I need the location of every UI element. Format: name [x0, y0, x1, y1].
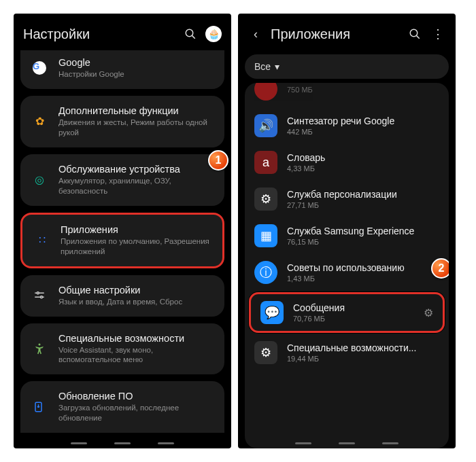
settings-item-google[interactable]: G Google Настройки Google	[20, 50, 224, 89]
app-icon	[254, 83, 277, 101]
profile-avatar[interactable]: 🧁	[205, 26, 222, 42]
page-title: Настройки	[23, 26, 175, 42]
app-icon: ⓘ	[254, 261, 277, 284]
search-icon[interactable]	[182, 26, 199, 42]
filter-label: Все	[254, 61, 271, 72]
svg-point-0	[186, 29, 193, 37]
apps-icon: ∷	[32, 231, 51, 250]
app-icon: 💬	[260, 301, 284, 324]
app-icon: ▦	[254, 224, 277, 247]
accessibility-icon	[30, 339, 49, 358]
gear-icon[interactable]: ⚙	[424, 306, 433, 319]
app-icon: ⚙	[254, 188, 277, 211]
app-row[interactable]: ⚙ Служба персонализации 27,71 МБ	[245, 181, 449, 217]
callout-badge-1: 1	[208, 150, 228, 171]
app-icon: ⚙	[254, 341, 277, 364]
app-row-messages[interactable]: 💬 Сообщения 70,76 МБ ⚙	[249, 292, 445, 333]
nav-bar[interactable]	[71, 442, 174, 444]
app-row[interactable]: 🔊 Синтезатор речи Google 442 МБ	[245, 107, 449, 144]
sliders-icon	[30, 286, 49, 305]
chevron-down-icon: ▾	[275, 61, 279, 72]
app-icon: a	[254, 151, 277, 174]
settings-item-advanced[interactable]: ✿ Дополнительные функции Движения и жест…	[20, 96, 224, 147]
apps-header: ‹ Приложения ⋮	[238, 14, 456, 50]
svg-point-5	[41, 296, 43, 298]
app-row[interactable]: 750 МБ	[245, 83, 449, 107]
page-title: Приложения	[271, 26, 400, 42]
back-icon[interactable]: ‹	[248, 26, 264, 42]
settings-item-update[interactable]: Обновление ПО Загрузка обновлений, после…	[20, 381, 224, 433]
nav-bar[interactable]	[295, 442, 398, 444]
svg-line-1	[192, 36, 195, 39]
settings-header: Настройки 🧁	[14, 14, 231, 50]
settings-list: G Google Настройки Google ✿ Дополнительн…	[14, 50, 231, 448]
app-icon: 🔊	[254, 114, 277, 137]
svg-point-8	[410, 29, 418, 37]
app-row[interactable]: ⓘ Советы по использованию 1,43 МБ 2	[245, 254, 449, 291]
more-icon[interactable]: ⋮	[430, 26, 446, 42]
settings-item-apps[interactable]: ∷ Приложения Приложения по умолчанию, Ра…	[20, 213, 224, 268]
update-icon	[30, 397, 49, 416]
device-care-icon: ◎	[30, 171, 49, 190]
callout-badge-2: 2	[431, 258, 449, 279]
gear-icon: ✿	[30, 112, 49, 131]
settings-item-accessibility[interactable]: Специальные возможности Voice Assistant,…	[20, 323, 224, 375]
search-icon[interactable]	[407, 26, 423, 42]
app-row[interactable]: ⚙ Специальные возможности... 19,44 МБ	[245, 334, 449, 371]
settings-item-device-care[interactable]: ◎ Обслуживание устройства Аккумулятор, х…	[20, 154, 224, 206]
filter-dropdown[interactable]: Все ▾	[245, 54, 449, 79]
apps-screen: ‹ Приложения ⋮ Все ▾ 750 МБ 🔊 Синтезатор…	[238, 14, 456, 448]
svg-line-9	[417, 36, 420, 39]
app-row[interactable]: ▦ Служба Samsung Experience 76,15 МБ	[245, 217, 449, 254]
google-icon: G	[30, 58, 49, 77]
svg-point-6	[39, 344, 41, 346]
settings-screen: Настройки 🧁 G Google Настройки Google ✿ …	[14, 14, 231, 448]
apps-list: 750 МБ 🔊 Синтезатор речи Google 442 МБ a…	[238, 83, 456, 448]
svg-point-3	[37, 292, 39, 294]
settings-item-general[interactable]: Общие настройки Язык и ввод, Дата и врем…	[20, 275, 224, 317]
app-row[interactable]: a Словарь 4,33 МБ	[245, 144, 449, 181]
